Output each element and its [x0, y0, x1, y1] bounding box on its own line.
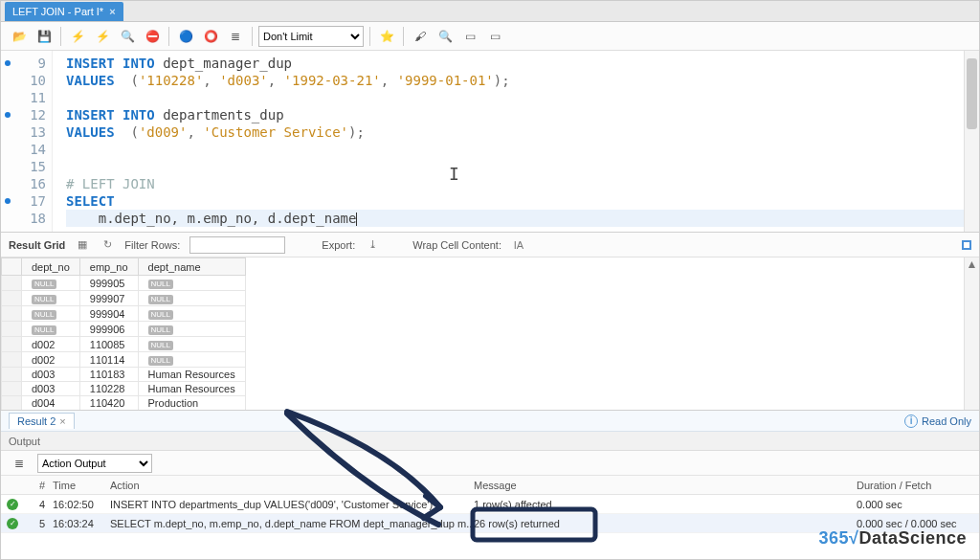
open-file-button[interactable]: 📂: [9, 26, 30, 47]
result-grid-label: Result Grid: [9, 239, 65, 251]
sql-editor[interactable]: 9101112131415161718 INSERT INTO dept_man…: [1, 51, 979, 233]
status-ok-icon: ✓: [7, 499, 18, 510]
beautify-button[interactable]: 🖌: [410, 26, 431, 47]
check-icon: 🔵: [179, 30, 193, 43]
stop-button[interactable]: ⛔: [142, 26, 163, 47]
commit-button[interactable]: 🔵: [175, 26, 196, 47]
separator: [252, 27, 253, 46]
refresh-icon[interactable]: ↻: [100, 237, 115, 253]
save-icon: 💾: [37, 30, 52, 43]
rollback-button[interactable]: ⭕: [200, 26, 221, 47]
open-icon: 📂: [12, 30, 27, 43]
grid-icon[interactable]: ▦: [75, 237, 90, 253]
favorite-button[interactable]: ⭐: [376, 26, 397, 47]
status-ok-icon: ✓: [7, 518, 18, 529]
sql-ide-window: LEFT JOIN - Part I* × 📂 💾 ⚡ ⚡ 🔍 ⛔ 🔵 ⭕ ≣ …: [0, 0, 980, 560]
list-icon: ≣: [231, 30, 240, 43]
col-dur: Duration / Fetch: [857, 480, 979, 491]
output-title: Output: [9, 436, 40, 447]
box-icon: ▭: [465, 30, 476, 43]
info-icon: i: [904, 414, 918, 428]
col-msg: Message: [474, 480, 857, 491]
col-num: #: [26, 480, 53, 491]
magnify-icon: 🔍: [121, 30, 135, 43]
result-toolbar: Result Grid ▦ ↻ Filter Rows: Export: ⤓ W…: [1, 233, 979, 258]
line-gutter: 9101112131415161718: [1, 51, 53, 232]
readonly-indicator: i Read Only: [904, 414, 971, 428]
execute-current-button[interactable]: ⚡: [92, 26, 113, 47]
execute-button[interactable]: ⚡: [67, 26, 88, 47]
list-icon: ≣: [14, 457, 24, 470]
filter-label: Filter Rows:: [124, 239, 180, 251]
star-icon: ⭐: [380, 30, 394, 43]
result-grid-area: dept_noemp_nodept_nameNULL999905NULLNULL…: [1, 258, 979, 411]
output-list-button[interactable]: ≣: [9, 453, 30, 474]
brush-icon: 🖌: [414, 30, 426, 43]
toggle-1-button[interactable]: ▭: [459, 26, 480, 47]
separator: [168, 27, 169, 46]
save-file-button[interactable]: 💾: [33, 26, 55, 47]
output-rows: ✓416:02:50INSERT INTO departments_dup VA…: [1, 495, 979, 533]
close-icon[interactable]: ×: [59, 415, 65, 427]
search-icon: 🔍: [438, 30, 453, 43]
lightning-icon: ⚡: [71, 30, 85, 43]
wrap-icon[interactable]: IA: [511, 237, 526, 253]
find-button[interactable]: 🔍: [434, 26, 456, 47]
stop-icon: ⛔: [145, 30, 160, 43]
x-circle-icon: ⭕: [204, 30, 218, 43]
scrollbar-thumb[interactable]: [967, 58, 977, 129]
row-limit-select[interactable]: Don't Limit: [258, 26, 364, 47]
col-action: Action: [110, 480, 474, 491]
grid-scrollbar[interactable]: ▲: [964, 258, 979, 410]
scroll-up-icon[interactable]: ▲: [965, 258, 979, 271]
result-grid[interactable]: dept_noemp_nodept_nameNULL999905NULLNULL…: [1, 258, 964, 410]
tab-left-join[interactable]: LEFT JOIN - Part I* ×: [5, 2, 123, 21]
separator: [369, 27, 370, 46]
separator: [403, 27, 404, 46]
output-toolbar: ≣ Action Output: [1, 451, 979, 476]
explain-button[interactable]: 🔍: [117, 26, 138, 47]
separator: [60, 27, 61, 46]
output-header: Output: [1, 432, 979, 451]
output-row[interactable]: ✓416:02:50INSERT INTO departments_dup VA…: [1, 495, 979, 514]
result-pane-toggle[interactable]: [962, 240, 971, 250]
toggle-2-button[interactable]: ▭: [484, 26, 505, 47]
readonly-label: Read Only: [922, 415, 971, 427]
watermark: 365√DataScience: [819, 528, 968, 549]
box-icon: ▭: [490, 30, 501, 43]
export-label: Export:: [322, 239, 355, 251]
autocommit-button[interactable]: ≣: [225, 26, 246, 47]
wrap-label: Wrap Cell Content:: [412, 239, 501, 251]
result-tab[interactable]: Result 2 ×: [9, 413, 75, 429]
output-type-select[interactable]: Action Output: [37, 454, 152, 473]
result-tab-row: Result 2 × i Read Only: [1, 411, 979, 432]
editor-scrollbar[interactable]: [964, 51, 979, 232]
result-tab-label: Result 2: [17, 415, 56, 427]
close-icon[interactable]: ×: [109, 6, 115, 17]
editor-toolbar: 📂 💾 ⚡ ⚡ 🔍 ⛔ 🔵 ⭕ ≣ Don't Limit ⭐ 🖌 🔍 ▭ ▭: [1, 22, 979, 51]
lightning-icon: ⚡: [96, 30, 110, 43]
output-columns: # Time Action Message Duration / Fetch: [1, 476, 979, 495]
tab-title: LEFT JOIN - Part I*: [12, 6, 103, 17]
col-time: Time: [53, 480, 110, 491]
code-area[interactable]: INSERT INTO dept_manager_dupVALUES ('110…: [53, 51, 964, 232]
filter-input[interactable]: [189, 236, 285, 254]
export-icon[interactable]: ⤓: [365, 237, 380, 253]
document-tabstrip: LEFT JOIN - Part I* ×: [1, 1, 979, 22]
